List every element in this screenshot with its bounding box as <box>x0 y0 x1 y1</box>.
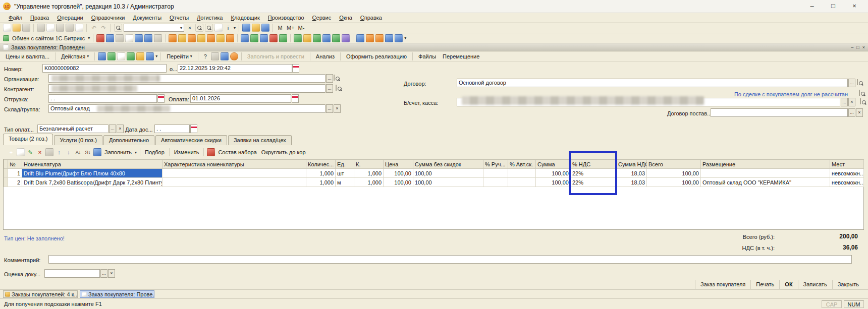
contractor-ellipsis-button[interactable]: ... <box>326 84 333 93</box>
exchange-icon-3[interactable] <box>260 34 268 42</box>
tab-goods[interactable]: Товары (2 поз.) <box>3 134 53 145</box>
menu-windows[interactable]: Окна <box>336 14 356 22</box>
tab-additional[interactable]: Дополнительно <box>103 135 154 145</box>
printer-icon[interactable] <box>106 34 114 42</box>
help-icon[interactable]: ? <box>201 52 209 60</box>
payment-type-input[interactable]: Безналичный расчет <box>37 125 108 133</box>
col-total[interactable]: Всего <box>647 160 701 169</box>
save-icon[interactable] <box>22 24 30 32</box>
contract-ellipsis-button[interactable]: ... <box>848 79 855 87</box>
cell-unit[interactable]: м <box>336 178 354 187</box>
fill-button[interactable]: Заполнить <box>103 149 133 155</box>
misc-icon-5[interactable] <box>395 34 403 42</box>
open-icon[interactable] <box>13 24 21 32</box>
cell-seats[interactable]: невозможн... <box>830 169 864 178</box>
taskbar-item-current-order[interactable]: Заказ покупателя: Прове... <box>80 290 154 298</box>
warehouse-icon-1[interactable] <box>294 34 302 42</box>
table-row[interactable]: 2 Drift Dark 7,2x80 Battiscopa/Дрифт Дар… <box>4 178 864 187</box>
undo-icon[interactable]: ↶ <box>90 24 98 32</box>
warehouse-clear-icon[interactable]: × <box>334 104 341 113</box>
memory-minus-icon[interactable]: M- <box>297 24 306 32</box>
import-icon[interactable] <box>136 52 144 60</box>
edit-document-icon[interactable] <box>154 34 162 42</box>
cell-seats[interactable]: невозможн... <box>830 178 864 187</box>
redo-icon[interactable]: ↷ <box>99 24 107 32</box>
person-money-icon-5[interactable] <box>207 34 215 42</box>
contract-input[interactable]: Основной договор <box>457 79 848 87</box>
bitrix-exchange-button[interactable]: Обмен с сайтом 1С-Битрикс <box>11 35 86 41</box>
menu-edit[interactable]: Правка <box>27 14 52 22</box>
debt-lens-icon[interactable] <box>859 90 860 96</box>
copy-row-icon[interactable] <box>17 148 25 156</box>
report-book-icon[interactable] <box>96 34 104 42</box>
close-button[interactable]: Закрыть <box>832 280 864 289</box>
person-money-icon-6[interactable] <box>216 34 225 42</box>
cut-icon[interactable] <box>37 24 45 32</box>
cell-sum[interactable]: 100,00 <box>536 178 571 187</box>
maximize-icon[interactable]: □ <box>823 1 844 13</box>
col-k[interactable]: К. <box>354 160 384 169</box>
move-button[interactable]: Перемещение <box>440 52 482 60</box>
copy-document-icon[interactable] <box>117 52 125 60</box>
find-next-icon[interactable] <box>195 24 203 32</box>
bitrix-dropdown-icon[interactable]: ▾ <box>88 36 90 40</box>
users-icon[interactable] <box>261 24 269 32</box>
col-unit[interactable]: Ед. <box>336 160 354 169</box>
warehouse-icon-2[interactable] <box>303 34 311 42</box>
contractor-lens-icon[interactable] <box>336 85 337 91</box>
person-money-icon-3[interactable] <box>188 34 196 42</box>
warehouse-icon-6[interactable] <box>342 34 350 42</box>
contract-lens-icon[interactable] <box>857 79 858 85</box>
post-document-icon[interactable] <box>98 52 106 60</box>
exchange-icon-2[interactable] <box>250 34 258 42</box>
shipment-input[interactable]: . . <box>48 94 157 103</box>
account-ellipsis-button[interactable]: ... <box>841 98 848 106</box>
report-icon[interactable] <box>211 52 219 60</box>
delete-row-icon[interactable]: × <box>36 148 44 156</box>
memory-icon[interactable]: M <box>276 24 284 32</box>
search-combo[interactable]: ▾ <box>124 24 184 32</box>
price-type-note[interactable]: Тип цен: Не заполнено! <box>4 235 65 242</box>
col-sum-no-discount[interactable]: Сумма без скидок <box>413 160 483 169</box>
cell-sum-no-discount[interactable]: 100,00 <box>413 178 483 187</box>
copy-icon[interactable] <box>46 24 55 32</box>
paste-icon[interactable] <box>56 24 64 32</box>
exchange-icon-1[interactable] <box>241 34 249 42</box>
cell-manual-discount[interactable] <box>483 169 508 178</box>
change-button[interactable]: Изменить <box>173 149 201 155</box>
shipment-calendar-icon[interactable] <box>157 94 165 103</box>
due-date-input[interactable]: . . <box>154 125 190 133</box>
menu-production[interactable]: Производство <box>264 14 308 22</box>
cell-nomenclature[interactable]: Drift Dark 7,2x80 Battiscopa/Дрифт Дарк … <box>22 178 162 187</box>
customer-order-button[interactable]: Заказ покупателя <box>695 280 750 289</box>
cell-quantity[interactable]: 1,000 <box>306 178 336 187</box>
cell-number[interactable]: 1 <box>8 169 22 178</box>
print-preview-icon[interactable] <box>75 24 83 32</box>
goto-button[interactable]: Перейти ▾ <box>164 52 195 60</box>
actions-button[interactable]: Действия ▾ <box>59 52 91 60</box>
supplier-contract-ellipsis-button[interactable]: ... <box>848 108 855 117</box>
cell-quantity[interactable]: 1,000 <box>306 169 336 178</box>
exchange-icon-4[interactable] <box>269 34 278 42</box>
rating-ellipsis-button[interactable]: ... <box>100 269 107 278</box>
tab-warehouse-requests[interactable]: Заявки на склад/цех <box>228 135 292 145</box>
account-lens-icon[interactable] <box>860 98 861 104</box>
clear-search-icon[interactable]: × <box>186 24 194 32</box>
settings-icon[interactable] <box>221 52 229 60</box>
new-document-icon[interactable] <box>3 24 11 32</box>
print-icon[interactable] <box>66 24 74 32</box>
comment-input[interactable] <box>48 255 852 264</box>
organization-ellipsis-button[interactable]: ... <box>326 74 333 83</box>
cell-k[interactable]: 1,000 <box>354 169 384 178</box>
round-to-box-button[interactable]: Округлить до кор <box>260 149 307 155</box>
col-auto-discount[interactable]: % Авт.ск. <box>508 160 536 169</box>
supplier-contract-clear-icon[interactable]: × <box>856 108 863 117</box>
doc-restore-icon[interactable]: □ <box>856 44 859 50</box>
search-icon[interactable] <box>114 24 122 32</box>
misc-icon-1[interactable] <box>356 34 364 42</box>
menu-file[interactable]: Файл <box>5 14 26 22</box>
menu-documents[interactable]: Документы <box>129 14 165 22</box>
cell-auto-discount[interactable] <box>508 178 536 187</box>
date-calendar-icon[interactable] <box>292 64 299 73</box>
window-icon[interactable] <box>144 34 152 42</box>
